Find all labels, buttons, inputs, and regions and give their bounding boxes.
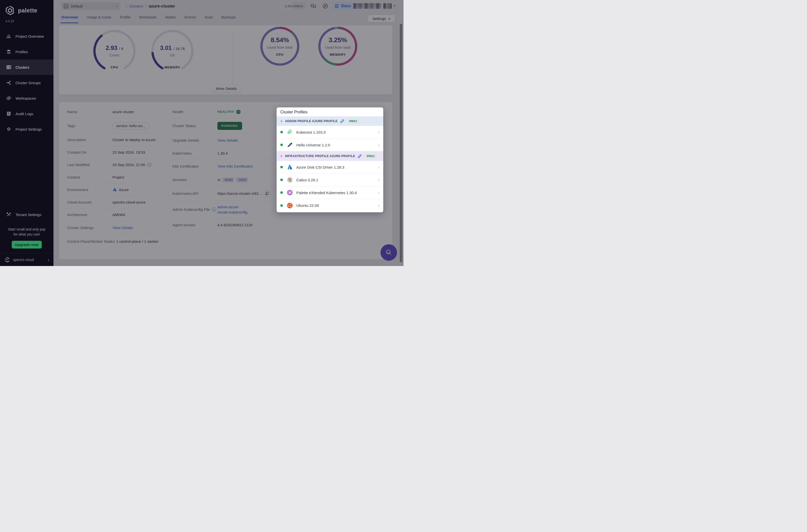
palette-logo-icon	[5, 5, 15, 16]
palette-k8s-icon	[286, 189, 293, 196]
sidebar-item-audit-logs[interactable]: Audit Logs	[0, 106, 54, 121]
profile-layer-kubecost[interactable]: Kubecost 1.103.3 ›	[277, 126, 383, 139]
view-k8s-certificates-link[interactable]: View K8s Certificates	[218, 164, 252, 168]
detail-value: 23 Sep 2024, 21:05	[112, 163, 145, 167]
breadcrumb-slash: /	[145, 4, 146, 8]
chevron-right-icon: ›	[378, 177, 379, 183]
service-port-link[interactable]: :3000	[236, 177, 248, 182]
proj-scope-badge: PROJ	[347, 119, 359, 124]
view-details-link[interactable]: View Details	[218, 138, 238, 142]
more-details-button[interactable]: More Details	[212, 85, 241, 92]
chat-button[interactable]	[309, 2, 317, 10]
sidebar: palette 4.4.19 Project Overview Profiles	[0, 0, 54, 266]
search-fab-button[interactable]	[380, 244, 397, 261]
detail-row-last-modified: Last Modified 23 Sep 2024, 21:05 i	[67, 158, 163, 171]
card-divider	[233, 30, 233, 87]
tab-nodes[interactable]: Nodes	[165, 15, 176, 23]
detail-row-environment: Environment Azure	[67, 184, 163, 196]
profile-layer-azure-csi[interactable]: Azure Disk CSI Driver 1.28.3 ›	[277, 161, 383, 174]
sidebar-item-project-overview[interactable]: Project Overview	[0, 28, 54, 44]
spectro-cloud-label: spectro cloud	[13, 258, 45, 262]
user-menu-chevron-icon[interactable]: ∨	[393, 3, 396, 7]
sidebar-item-label: Audit Logs	[16, 112, 33, 116]
sidebar-footer: spectro cloud ‹	[0, 253, 54, 266]
sidebar-item-label: Project Overview	[16, 34, 44, 38]
book-icon	[335, 4, 339, 8]
chevron-down-icon: ∨	[280, 154, 283, 158]
profile-layer-hello-universe[interactable]: Hello Universe 1.2.0 ›	[277, 139, 383, 151]
sidebar-item-tenant-settings[interactable]: Tenant Settings	[0, 207, 54, 222]
detail-label: Cloud Account	[67, 200, 112, 204]
detail-row-nodes: Control Plane/Worker Nodes 1 control-pla…	[67, 234, 163, 248]
vertical-scrollbar[interactable]	[400, 24, 402, 262]
sidebar-item-label: Project Settings	[16, 127, 42, 131]
detail-row-upgrade-details: Upgrade Details View Details	[172, 134, 273, 147]
ubuntu-icon	[286, 202, 293, 209]
detail-label: Cluster Settings	[67, 226, 112, 230]
calico-icon	[286, 176, 293, 183]
user-menu-redacted[interactable]	[353, 3, 381, 9]
tab-overview[interactable]: Overview	[61, 15, 78, 23]
info-icon[interactable]: i	[147, 163, 151, 167]
copy-button[interactable]	[264, 190, 270, 197]
profile-layer-palette-k8s[interactable]: Palette eXtended Kubernetes 1.30.4 ›	[277, 186, 383, 199]
view-details-link[interactable]: View Details	[112, 226, 133, 230]
sidebar-item-profiles[interactable]: Profiles	[0, 44, 54, 59]
sidebar-item-clusters[interactable]: Clusters	[0, 59, 54, 75]
sidebar-collapse-icon[interactable]: ‹	[48, 257, 50, 262]
profile-layer-calico[interactable]: Calico 3.26.1 ›	[277, 174, 383, 186]
tab-backups[interactable]: Backups	[221, 15, 236, 23]
compass-button[interactable]	[321, 2, 329, 10]
sidebar-item-cluster-groups[interactable]: Cluster Groups	[0, 75, 54, 90]
profile-layer-name: Hello Universe 1.2.0	[296, 143, 378, 147]
upgrade-now-button[interactable]: Upgrade now	[12, 241, 42, 248]
hello-universe-icon	[286, 141, 293, 148]
detail-value: 1.30.4	[218, 151, 273, 155]
tag-pill[interactable]: service: hello-uni...	[112, 122, 149, 129]
memory-gauge: 3.01 / 16.76 Gb MEMORY	[150, 29, 194, 73]
cpu-usage-donut: 8.54% Used from total CPU	[260, 27, 299, 66]
kubeconfig-download-link[interactable]: admin.azure-cluster.kubeconfig	[218, 204, 255, 215]
detail-label: Created On	[67, 150, 112, 154]
sidebar-item-workspaces[interactable]: Workspaces	[0, 90, 54, 106]
kubernetes-api-url: https://azure-cluster-cf42...	[218, 191, 262, 195]
docs-button[interactable]: Docs	[331, 1, 354, 11]
popup-title: Cluster Profiles	[277, 108, 383, 116]
sidebar-item-project-settings[interactable]: ⚙ Project Settings	[0, 121, 54, 137]
info-icon[interactable]: i	[212, 207, 216, 212]
sidebar-bottom: Tenant Settings Start small and only pay…	[0, 207, 54, 266]
status-dot-green	[280, 178, 283, 181]
tab-events[interactable]: Events	[184, 15, 196, 23]
infrastructure-profile-section-header[interactable]: ∨ INFRASTRUCTURE PROFILE AZURE-PROFILE P…	[277, 151, 383, 161]
chevron-right-icon: ›	[378, 203, 379, 208]
settings-button[interactable]: Settings ∨	[368, 15, 395, 22]
brand-name: palette	[18, 7, 37, 14]
cluster-tabs: Overview Usage & Costs Profile Workloads…	[61, 15, 236, 23]
cpu-gauge-label: CPU	[92, 65, 136, 69]
memory-used-value: 3.01	[160, 44, 172, 51]
cpu-unit: Cores	[92, 53, 136, 57]
detail-row-context: Context Project	[67, 171, 163, 184]
addon-profile-section-header[interactable]: ∨ ADDON PROFILE AZURE-PROFILE PROJ	[277, 116, 383, 126]
gear-icon: ⚙	[6, 126, 12, 132]
profile-layer-name: Palette eXtended Kubernetes 1.30.4	[296, 191, 378, 195]
usage-quota-pill: 1.29/100kCh	[274, 2, 306, 10]
profile-layer-ubuntu[interactable]: Ubuntu 22.04 ›	[277, 199, 383, 212]
status-dot-green	[280, 204, 283, 207]
user-menu-redacted[interactable]	[383, 3, 392, 9]
project-selector[interactable]: Default ∨	[61, 2, 120, 10]
running-status-badge: RUNNING	[218, 122, 242, 130]
detail-row-cluster-settings: Cluster Settings View Details	[67, 221, 163, 234]
breadcrumb-clusters-link[interactable]: Clusters	[129, 4, 143, 8]
profile-layer-name: Ubuntu 22.04	[296, 203, 378, 208]
tab-workloads[interactable]: Workloads	[139, 15, 157, 23]
detail-row-admin-kubeconfig: Admin Kubeconfig File i admin.azure-clus…	[172, 201, 273, 218]
detail-label: Description	[67, 138, 112, 142]
utilization-card: 2.93 / 8 Cores CPU 3.01 / 16.76 Gb MEMOR…	[59, 25, 392, 94]
tab-profile[interactable]: Profile	[120, 15, 131, 23]
tab-scan[interactable]: Scan	[204, 15, 213, 23]
proj-scope-badge: PROJ	[364, 154, 377, 158]
service-port-link[interactable]: :8080	[222, 177, 234, 182]
tab-usage-costs[interactable]: Usage & Costs	[87, 15, 111, 23]
palette-app: palette 4.4.19 Project Overview Profiles	[0, 0, 404, 266]
